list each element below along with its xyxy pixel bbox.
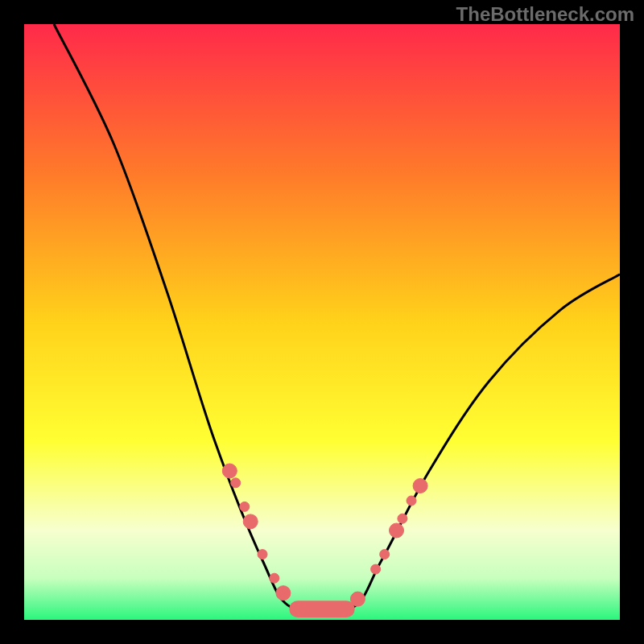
data-point <box>222 464 237 478</box>
bottleneck-chart: TheBottleneck.com <box>0 0 644 644</box>
data-point <box>380 550 390 559</box>
data-point <box>390 523 404 538</box>
data-point <box>371 564 381 574</box>
data-point <box>270 573 279 583</box>
data-point <box>258 550 267 559</box>
data-point <box>231 478 241 488</box>
optimal-range-bar <box>289 601 354 617</box>
data-point <box>243 514 258 529</box>
chart-svg <box>0 0 644 644</box>
data-point <box>240 502 250 511</box>
data-point <box>413 479 427 493</box>
plot-background <box>24 24 620 620</box>
attribution-label: TheBottleneck.com <box>456 3 634 26</box>
data-point <box>407 496 416 506</box>
data-point <box>276 586 291 601</box>
data-point <box>398 514 407 523</box>
